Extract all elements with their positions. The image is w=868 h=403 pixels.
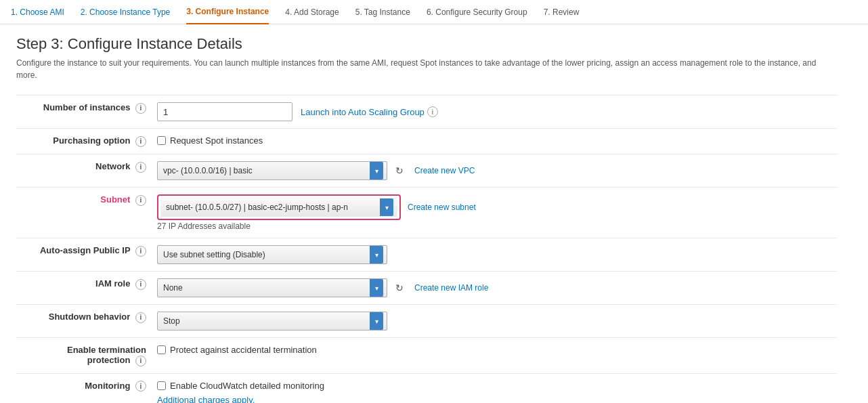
subnet-label: Subnet <box>100 194 130 205</box>
monitoring-cloudwatch-text: Enable CloudWatch detailed monitoring <box>170 381 324 391</box>
iam-role-controls: None ▾ ↻ Create new IAM role <box>157 278 831 297</box>
iam-role-label: IAM role <box>95 278 130 289</box>
number-of-instances-controls: Launch into Auto Scaling Group i <box>157 102 831 121</box>
create-new-iam-role-link[interactable]: Create new IAM role <box>414 283 488 293</box>
shutdown-behavior-label: Shutdown behavior <box>49 312 131 322</box>
wizard-step-3[interactable]: 3. Configure Instance <box>186 0 269 24</box>
network-info-icon[interactable]: i <box>135 162 146 173</box>
request-spot-instances-text: Request Spot instances <box>170 135 263 146</box>
termination-protection-text: Protect against accidental termination <box>170 345 317 355</box>
monitoring-info-icon[interactable]: i <box>135 381 146 391</box>
row-shutdown-behavior: Shutdown behavior i Stop Terminate ▾ <box>16 305 837 338</box>
enable-termination-protection-label: Enable termination protection <box>67 345 146 365</box>
number-of-instances-input[interactable] <box>157 102 292 121</box>
wizard-step-5[interactable]: 5. Tag Instance <box>355 7 410 17</box>
row-monitoring: Monitoring i Enable CloudWatch detailed … <box>16 373 837 403</box>
subnet-controls: subnet- (10.0.5.0/27) | basic-ec2-jump-h… <box>157 194 831 220</box>
wizard-step-6[interactable]: 6. Configure Security Group <box>427 7 527 17</box>
network-select-wrapper: vpc- (10.0.0.0/16) | basic ▾ <box>157 161 387 180</box>
iam-role-select-wrapper: None ▾ <box>157 278 387 297</box>
wizard-step-1[interactable]: 1. Choose AMI <box>11 7 64 17</box>
monitoring-checkbox-label[interactable]: Enable CloudWatch detailed monitoring <box>157 381 324 391</box>
monitoring-additional-charges-link[interactable]: Additional charges apply. <box>157 395 255 403</box>
subnet-highlight-wrapper: subnet- (10.0.5.0/27) | basic-ec2-jump-h… <box>157 194 401 220</box>
row-number-of-instances: Number of instances i Launch into Auto S… <box>16 96 837 129</box>
subnet-select-wrapper: subnet- (10.0.5.0/27) | basic-ec2-jump-h… <box>160 198 397 217</box>
wizard-step-2[interactable]: 2. Choose Instance Type <box>81 7 171 17</box>
iam-role-refresh-button[interactable]: ↻ <box>391 280 408 296</box>
auto-assign-public-ip-label: Auto-assign Public IP <box>40 245 130 255</box>
row-network: Network i vpc- (10.0.0.0/16) | basic ▾ ↻… <box>16 154 837 188</box>
auto-assign-public-ip-info-icon[interactable]: i <box>135 246 146 257</box>
shutdown-behavior-select-wrapper: Stop Terminate ▾ <box>157 312 387 331</box>
request-spot-instances-checkbox-label[interactable]: Request Spot instances <box>157 135 263 146</box>
termination-protection-checkbox[interactable] <box>157 345 166 354</box>
request-spot-instances-checkbox[interactable] <box>157 136 166 145</box>
wizard-step-4[interactable]: 4. Add Storage <box>285 7 339 17</box>
monitoring-checkbox[interactable] <box>157 381 166 390</box>
auto-assign-public-ip-select[interactable]: Use subnet setting (Disable) <box>157 245 387 264</box>
configure-instance-form: Number of instances i Launch into Auto S… <box>16 95 837 403</box>
monitoring-label: Monitoring <box>85 381 130 391</box>
network-refresh-button[interactable]: ↻ <box>391 163 408 179</box>
wizard-step-7[interactable]: 7. Review <box>544 7 580 17</box>
number-of-instances-label: Number of instances <box>43 102 131 112</box>
launch-into-asg-link[interactable]: Launch into Auto Scaling Group <box>301 107 425 117</box>
network-controls: vpc- (10.0.0.0/16) | basic ▾ ↻ Create ne… <box>157 161 831 180</box>
auto-assign-public-ip-select-wrapper: Use subnet setting (Disable) ▾ <box>157 245 387 264</box>
wizard-navigation: 1. Choose AMI 2. Choose Instance Type 3.… <box>0 0 868 24</box>
number-of-instances-info-icon[interactable]: i <box>135 103 146 114</box>
create-new-vpc-link[interactable]: Create new VPC <box>414 166 475 175</box>
iam-role-select[interactable]: None <box>157 278 387 297</box>
page-description: Configure the instance to suit your requ… <box>16 57 837 81</box>
shutdown-behavior-select[interactable]: Stop Terminate <box>157 312 387 331</box>
subnet-select[interactable]: subnet- (10.0.5.0/27) | basic-ec2-jump-h… <box>160 198 397 217</box>
row-purchasing-option: Purchasing option i Request Spot instanc… <box>16 129 837 154</box>
iam-role-info-icon[interactable]: i <box>135 279 146 290</box>
row-auto-assign-public-ip: Auto-assign Public IP i Use subnet setti… <box>16 238 837 272</box>
row-iam-role: IAM role i None ▾ ↻ Create new IAM role <box>16 272 837 305</box>
row-enable-termination-protection: Enable termination protection i Protect … <box>16 338 837 374</box>
row-subnet: Subnet i subnet- (10.0.5.0/27) | basic-e… <box>16 188 837 238</box>
page-content: Step 3: Configure Instance Details Confi… <box>0 24 853 403</box>
launch-asg-info-icon[interactable]: i <box>427 106 438 117</box>
shutdown-behavior-info-icon[interactable]: i <box>135 312 146 323</box>
purchasing-option-label: Purchasing option <box>53 135 130 146</box>
enable-termination-protection-info-icon[interactable]: i <box>135 356 146 366</box>
create-new-subnet-link[interactable]: Create new subnet <box>408 203 476 212</box>
subnet-ip-note: 27 IP Addresses available <box>157 221 831 231</box>
subnet-info-icon[interactable]: i <box>135 195 146 206</box>
page-title: Step 3: Configure Instance Details <box>16 35 837 53</box>
purchasing-option-info-icon[interactable]: i <box>135 136 146 147</box>
termination-protection-checkbox-label[interactable]: Protect against accidental termination <box>157 345 317 355</box>
network-select[interactable]: vpc- (10.0.0.0/16) | basic <box>157 161 387 180</box>
network-label: Network <box>95 161 130 171</box>
